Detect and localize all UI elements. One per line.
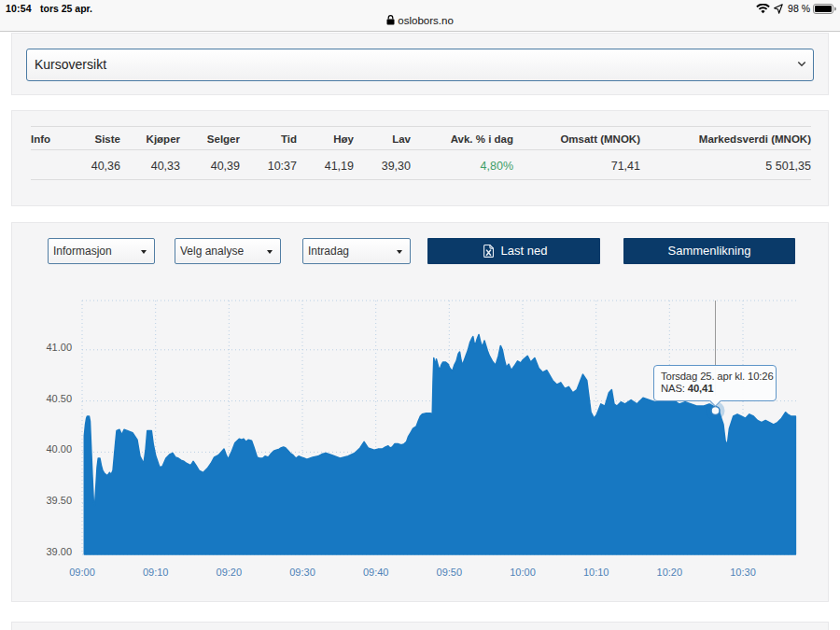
svg-text:09:20: 09:20	[217, 567, 243, 578]
svg-text:09:00: 09:00	[69, 567, 95, 578]
svg-text:10:00: 10:00	[510, 567, 536, 578]
svg-text:09:30: 09:30	[289, 567, 315, 578]
svg-text:10:20: 10:20	[657, 567, 683, 578]
svg-text:41.00: 41.00	[46, 342, 72, 353]
svg-text:09:40: 09:40	[363, 567, 389, 578]
svg-text:39.50: 39.50	[46, 495, 72, 506]
svg-text:40.00: 40.00	[46, 443, 72, 455]
svg-text:10:10: 10:10	[583, 567, 609, 578]
svg-text:09:10: 09:10	[143, 567, 169, 578]
svg-text:40.50: 40.50	[46, 393, 72, 404]
svg-text:09:50: 09:50	[437, 567, 463, 578]
svg-text:39.00: 39.00	[46, 546, 72, 557]
svg-text:10:30: 10:30	[730, 567, 756, 578]
